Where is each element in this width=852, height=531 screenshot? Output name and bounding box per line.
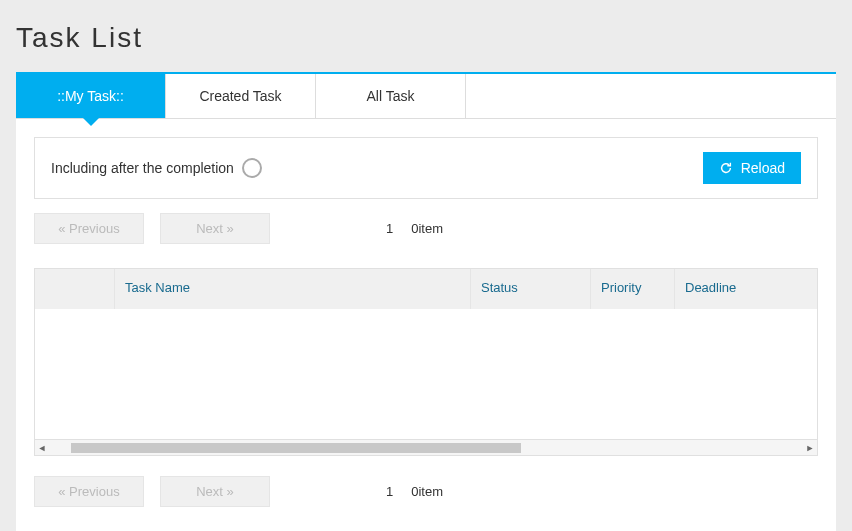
table-header: Task Name Status Priority Deadline	[35, 269, 817, 309]
pagination-info-bottom: 1 0item	[386, 484, 443, 499]
filter-label: Including after the completion	[51, 160, 234, 176]
item-count-bottom: 0item	[411, 484, 443, 499]
next-button-top[interactable]: Next »	[160, 213, 270, 244]
task-panel: ::My Task:: Created Task All Task Includ…	[16, 72, 836, 531]
filter-bar: Including after the completion Reload	[34, 137, 818, 199]
column-priority[interactable]: Priority	[591, 269, 675, 309]
tab-bar: ::My Task:: Created Task All Task	[16, 74, 836, 119]
filter-include-complete: Including after the completion	[51, 158, 262, 178]
pagination-info-top: 1 0item	[386, 221, 443, 236]
column-checkbox	[35, 269, 115, 309]
item-count-top: 0item	[411, 221, 443, 236]
include-complete-radio[interactable]	[242, 158, 262, 178]
current-page-top: 1	[386, 221, 393, 236]
column-deadline[interactable]: Deadline	[675, 269, 817, 309]
tab-all-task[interactable]: All Task	[316, 74, 466, 118]
scroll-track[interactable]	[53, 443, 799, 453]
horizontal-scrollbar[interactable]: ◄ ►	[35, 439, 817, 455]
pagination-bottom: « Previous Next » 1 0item	[34, 476, 818, 507]
tab-my-task[interactable]: ::My Task::	[16, 74, 166, 118]
column-task-name[interactable]: Task Name	[115, 269, 471, 309]
column-status[interactable]: Status	[471, 269, 591, 309]
scroll-right-icon[interactable]: ►	[803, 441, 817, 455]
table-body	[35, 309, 817, 439]
scroll-left-icon[interactable]: ◄	[35, 441, 49, 455]
scroll-thumb[interactable]	[71, 443, 521, 453]
tab-content: Including after the completion Reload « …	[16, 119, 836, 531]
reload-button[interactable]: Reload	[703, 152, 801, 184]
task-table: Task Name Status Priority Deadline ◄ ►	[34, 268, 818, 456]
prev-button-top[interactable]: « Previous	[34, 213, 144, 244]
reload-label: Reload	[741, 160, 785, 176]
prev-button-bottom[interactable]: « Previous	[34, 476, 144, 507]
pagination-top: « Previous Next » 1 0item	[34, 213, 818, 244]
reload-icon	[719, 161, 733, 175]
next-button-bottom[interactable]: Next »	[160, 476, 270, 507]
current-page-bottom: 1	[386, 484, 393, 499]
tab-created-task[interactable]: Created Task	[166, 74, 316, 118]
page-title: Task List	[0, 0, 852, 72]
